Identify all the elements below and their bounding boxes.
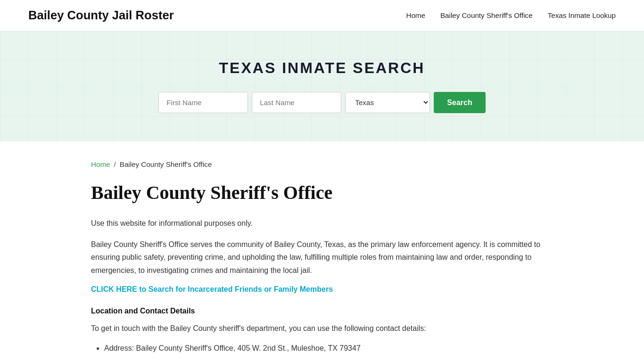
breadcrumb-current: Bailey County Sheriff's Office [120,160,212,168]
breadcrumb-separator: / [114,160,116,168]
hero-section: TEXAS INMATE SEARCH Texas Alabama Califo… [0,31,644,141]
site-nav: Home Bailey County Sheriff's Office Texa… [406,11,616,20]
breadcrumb: Home / Bailey County Sheriff's Office [91,160,553,168]
first-name-input[interactable] [158,92,248,113]
cta-link[interactable]: CLICK HERE to Search for Incarcerated Fr… [91,285,333,294]
last-name-input[interactable] [252,92,341,113]
location-heading: Location and Contact Details [91,307,553,315]
contact-list: Address: Bailey County Sheriff's Office,… [91,341,553,355]
contact-intro: To get in touch with the Bailey County s… [91,322,553,335]
nav-sheriffs-office[interactable]: Bailey County Sheriff's Office [440,11,533,19]
main-content: Home / Bailey County Sheriff's Office Ba… [63,141,581,362]
breadcrumb-home[interactable]: Home [91,160,110,168]
nav-home[interactable]: Home [406,11,425,19]
state-select[interactable]: Texas Alabama California Florida [345,92,430,113]
contact-address: Address: Bailey County Sheriff's Office,… [104,341,553,355]
search-button[interactable]: Search [434,92,485,113]
search-bar: Texas Alabama California Florida Search [9,92,635,113]
page-title: Bailey County Sheriff's Office [91,181,553,204]
site-header: Bailey County Jail Roster Home Bailey Co… [0,0,644,31]
site-logo[interactable]: Bailey County Jail Roster [28,8,174,22]
nav-inmate-lookup[interactable]: Texas Inmate Lookup [548,11,616,19]
hero-title: TEXAS INMATE SEARCH [9,59,635,77]
description-text: Bailey County Sheriff's Office serves th… [91,238,553,277]
intro-disclaimer: Use this website for informational purpo… [91,217,553,230]
